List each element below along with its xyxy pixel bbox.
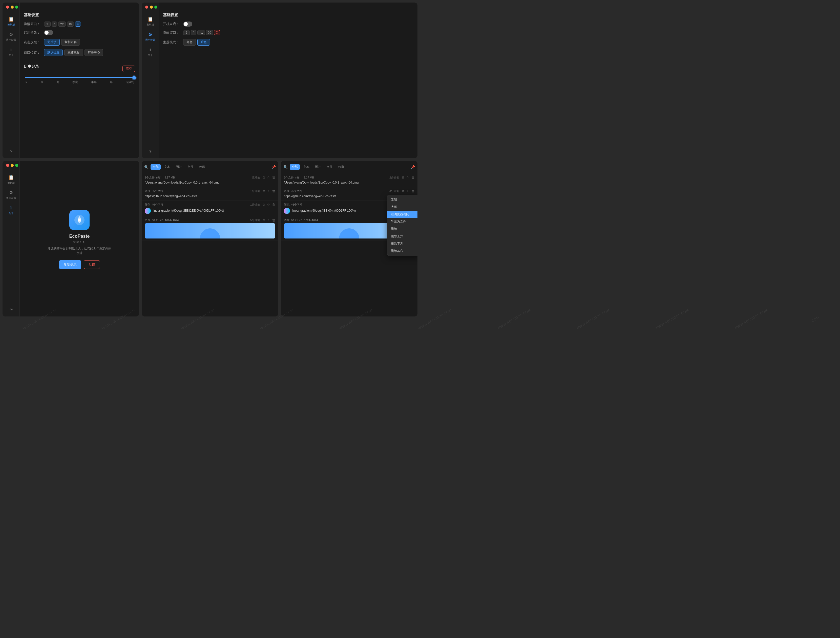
ctx-copy[interactable]: 复制 xyxy=(387,196,417,203)
delete-btn-link-mid[interactable]: 🗑 xyxy=(272,189,275,193)
sidebar-item-clipboard[interactable]: 📋 剪切板 xyxy=(3,14,19,29)
clip-item-file-mid[interactable]: 1个文件（夹） 9.17 MB 几秒前 ⧉ ☆ 🗑 /Users/ayang/D… xyxy=(142,173,278,187)
delete-btn-link-right[interactable]: 🗑 xyxy=(411,189,414,193)
search-bar-mid: 🔍 全部 文本 图片 文件 收藏 📌 xyxy=(142,162,278,172)
close-button-tr[interactable] xyxy=(145,6,148,9)
pos-btn-default[interactable]: 默认位置 xyxy=(44,49,63,56)
sound-toggle[interactable] xyxy=(44,30,53,35)
clear-history-button[interactable]: 清空 xyxy=(122,66,135,72)
tab-image-mid[interactable]: 图片 xyxy=(174,164,184,169)
tab-fav-right[interactable]: 收藏 xyxy=(336,164,346,169)
feedback-btn-copy[interactable]: 复制内容 xyxy=(61,39,80,46)
delete-btn-color-mid[interactable]: 🗑 xyxy=(272,203,275,207)
pin-icon-right[interactable]: 📌 xyxy=(411,165,415,169)
ctx-export[interactable]: 导出为文件 xyxy=(387,218,417,225)
star-btn-file-right[interactable]: ☆ xyxy=(406,176,409,179)
window-pos-label: 窗口位置： xyxy=(24,51,41,55)
copy-btn-color-mid[interactable]: ⧉ xyxy=(263,203,265,207)
sidebar-item-about[interactable]: ℹ 关于 xyxy=(3,44,19,60)
tab-text-mid[interactable]: 文本 xyxy=(162,164,172,169)
feedback-btn-none[interactable]: 无反馈 xyxy=(44,39,60,46)
copy-btn-file-mid[interactable]: ⧉ xyxy=(263,176,265,179)
theme-btn-dark[interactable]: 暗色 xyxy=(197,39,210,46)
pos-btn-center[interactable]: 屏幕中心 xyxy=(85,49,103,56)
brightness-icon[interactable]: ☀ xyxy=(7,147,15,156)
delete-btn-img-mid[interactable]: 🗑 xyxy=(272,218,275,222)
brightness-icon-bl[interactable]: ☀ xyxy=(7,305,15,314)
search-icon-mid: 🔍 xyxy=(144,165,148,169)
minimize-button[interactable] xyxy=(11,6,14,9)
maximize-button-tr[interactable] xyxy=(154,6,157,9)
tab-image-right[interactable]: 图片 xyxy=(313,164,323,169)
copy-btn-file-right[interactable]: ⧉ xyxy=(402,176,404,179)
sidebar-item-settings-bl[interactable]: ⚙ 通用设置 xyxy=(3,187,19,203)
ctx-browser[interactable]: 在浏览器访问 xyxy=(387,211,417,218)
sidebar-label-clipboard-tr: 剪切板 xyxy=(147,23,154,27)
brightness-icon-tr[interactable]: ☀ xyxy=(147,147,154,156)
tab-file-mid[interactable]: 文件 xyxy=(185,164,196,169)
wake-row-tr: 唤醒窗口： ⇧ ^ ⌥ ⌘ X xyxy=(163,30,414,35)
sidebar-label-clipboard: 剪切板 xyxy=(7,23,15,27)
star-btn-link-mid[interactable]: ☆ xyxy=(267,189,270,193)
clip-item-link-right[interactable]: 链接 36个字符 3分钟前 ⧉ ☆ 🗑 https://github.com/a… xyxy=(281,187,417,201)
main-content-top-right: 基础设置 开机自启： 唤醒窗口： ⇧ ^ ⌥ ⌘ X 主题模式： 亮色 xyxy=(159,3,417,158)
sidebar-item-clipboard-bl[interactable]: 📋 剪切板 xyxy=(3,172,19,187)
settings-icon-bl: ⚙ xyxy=(9,190,13,195)
sidebar-item-about-tr[interactable]: ℹ 关于 xyxy=(142,44,159,60)
tab-all-right[interactable]: 全部 xyxy=(290,164,300,169)
ctx-delete-others[interactable]: 删除其它 xyxy=(387,247,417,255)
clip-item-link-mid[interactable]: 链接 36个字符 1分钟前 ⧉ ☆ 🗑 https://github.com/a… xyxy=(142,187,278,201)
panel-top-left: 📋 剪切板 ⚙ 通用设置 ℹ 关于 ☀ 基础设置 唤醒窗口： ⇧ ^ xyxy=(3,3,139,158)
maximize-button[interactable] xyxy=(15,6,18,9)
sidebar-tr: 📋 剪切板 ⚙ 通用设置 ℹ 关于 ☀ xyxy=(142,3,159,158)
wake-label-tr: 唤醒窗口： xyxy=(163,30,181,35)
tab-text-right[interactable]: 文本 xyxy=(302,164,311,169)
refresh-icon[interactable]: ↻ xyxy=(83,241,85,244)
sidebar-label-about-bl: 关于 xyxy=(9,212,14,215)
clip-actions-link-right: ⧉ ☆ 🗑 xyxy=(402,189,414,193)
sidebar-item-about-bl[interactable]: ℹ 关于 xyxy=(3,203,19,218)
clip-item-img-mid[interactable]: 图片 80.41 KB 1024×1024 5分钟前 ⧉ ☆ 🗑 xyxy=(142,216,278,241)
sidebar-item-settings[interactable]: ⚙ 通用设置 xyxy=(3,29,19,44)
minimize-button-bl[interactable] xyxy=(11,164,14,167)
delete-btn-file-mid[interactable]: 🗑 xyxy=(272,176,275,179)
ctx-favorite[interactable]: 收藏 xyxy=(387,203,417,211)
minimize-button-tr[interactable] xyxy=(150,6,153,9)
tab-fav-mid[interactable]: 收藏 xyxy=(197,164,207,169)
close-button[interactable] xyxy=(6,6,9,9)
close-button-bl[interactable] xyxy=(6,164,9,167)
clip-type-file-mid: 1个文件（夹） xyxy=(145,176,163,179)
app-name: EcoPaste xyxy=(69,234,90,239)
feedback-button[interactable]: 反馈 xyxy=(84,260,100,269)
clip-item-color-mid[interactable]: 颜色 46个字符 1分钟前 ⧉ ☆ 🗑 linear-gradient(90de… xyxy=(142,201,278,216)
star-btn-color-mid[interactable]: ☆ xyxy=(267,203,270,207)
delete-btn-file-right[interactable]: 🗑 xyxy=(411,176,414,179)
version-text: v0.0.1 xyxy=(73,241,82,244)
clip-type-img-mid: 图片 xyxy=(145,218,150,222)
star-btn-img-mid[interactable]: ☆ xyxy=(267,218,270,222)
pin-icon-mid[interactable]: 📌 xyxy=(272,165,276,169)
section-title-basic-tr: 基础设置 xyxy=(163,13,414,17)
sidebar-item-settings-tr[interactable]: ⚙ 通用设置 xyxy=(142,29,159,44)
maximize-button-bl[interactable] xyxy=(15,164,18,167)
copy-btn-link-right[interactable]: ⧉ xyxy=(402,189,404,193)
theme-btn-light[interactable]: 亮色 xyxy=(183,39,196,46)
tab-file-right[interactable]: 文件 xyxy=(325,164,335,169)
pos-btn-mouse[interactable]: 跟随鼠标 xyxy=(64,49,83,56)
tab-all-mid[interactable]: 全部 xyxy=(150,164,161,169)
copy-btn-link-mid[interactable]: ⧉ xyxy=(263,189,265,193)
clip-size-img-mid: 80.41 KB xyxy=(152,219,163,222)
slider-thumb[interactable] xyxy=(132,76,136,79)
sidebar-item-clipboard-tr[interactable]: 📋 剪切板 xyxy=(142,14,159,29)
clipboard-icon-bl: 📋 xyxy=(8,175,14,180)
history-slider[interactable]: 天 周 月 季度 半年 年 无限制 xyxy=(24,77,135,84)
ctx-delete[interactable]: 删除 xyxy=(387,225,417,233)
clip-item-file-right[interactable]: 1个文件（夹） 9.17 MB 2分钟前 ⧉ ☆ 🗑 /Users/ayang/… xyxy=(281,173,417,187)
copy-info-button[interactable]: 复制信息 xyxy=(59,260,81,269)
ctx-delete-above[interactable]: 删除上方 xyxy=(387,233,417,240)
autostart-toggle[interactable] xyxy=(183,22,192,27)
ctx-delete-below[interactable]: 删除下方 xyxy=(387,240,417,247)
star-btn-file-mid[interactable]: ☆ xyxy=(267,176,270,179)
star-btn-link-right[interactable]: ☆ xyxy=(406,189,409,193)
copy-btn-img-mid[interactable]: ⧉ xyxy=(263,218,265,222)
